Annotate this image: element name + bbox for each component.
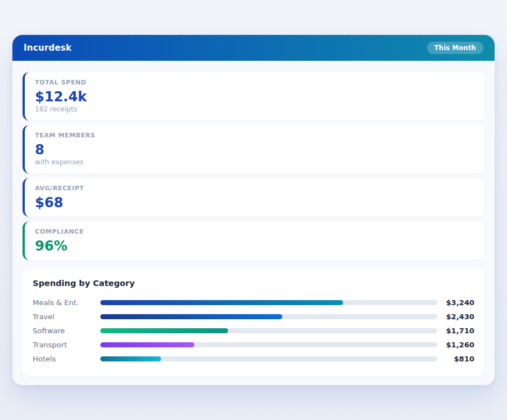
panel-content: TOTAL SPEND $12.4k 182 receipts TEAM MEM… xyxy=(12,61,495,385)
stat-card-total-spend: TOTAL SPEND $12.4k 182 receipts xyxy=(23,72,484,120)
app-title: Incurdesk xyxy=(24,43,72,53)
bar-fill xyxy=(100,342,194,347)
stat-card-avg-receipt: AVG/RECEIPT $68 xyxy=(23,178,484,217)
bar-track xyxy=(100,314,437,319)
category-amount: $1,710 xyxy=(437,327,474,335)
dashboard-panel: Incurdesk This Month TOTAL SPEND $12.4k … xyxy=(12,35,495,385)
stat-label: TEAM MEMBERS xyxy=(35,132,474,140)
category-rows: Meals & Ent. $3,240 Travel $2,430 Softwa… xyxy=(33,296,474,366)
category-amount: $2,430 xyxy=(437,312,474,321)
category-label: Software xyxy=(33,327,100,335)
category-label: Travel xyxy=(33,312,100,321)
page-background: Incurdesk This Month TOTAL SPEND $12.4k … xyxy=(0,0,507,420)
app-header: Incurdesk This Month xyxy=(12,35,495,61)
stat-card-team-members: TEAM MEMBERS 8 with expenses xyxy=(23,125,484,173)
category-row-hotels: Hotels $810 xyxy=(33,352,474,366)
category-row-software: Software $1,710 xyxy=(33,324,474,338)
category-label: Transport xyxy=(33,341,100,349)
bar-track xyxy=(100,328,437,333)
stat-sublabel: with expenses xyxy=(35,158,474,167)
bar-fill xyxy=(100,328,228,333)
stat-value: 96% xyxy=(35,239,474,253)
category-row-transport: Transport $1,260 xyxy=(33,338,474,352)
category-amount: $3,240 xyxy=(437,298,474,307)
category-amount: $1,260 xyxy=(437,341,474,349)
stat-label: COMPLIANCE xyxy=(35,228,474,236)
category-amount: $810 xyxy=(437,355,474,363)
stat-value: $12.4k xyxy=(35,90,474,104)
stat-sublabel: 182 receipts xyxy=(35,105,474,114)
category-card-title: Spending by Category xyxy=(33,278,474,288)
spending-by-category-card: Spending by Category Meals & Ent. $3,240… xyxy=(23,269,484,376)
bar-fill xyxy=(100,356,161,361)
stat-card-compliance: COMPLIANCE 96% xyxy=(23,221,484,260)
category-row-meals: Meals & Ent. $3,240 xyxy=(33,296,474,310)
stat-value: 8 xyxy=(35,142,474,157)
bar-track xyxy=(100,356,437,361)
category-row-travel: Travel $2,430 xyxy=(33,310,474,324)
bar-fill xyxy=(100,300,343,305)
bar-track xyxy=(100,342,437,347)
stat-label: TOTAL SPEND xyxy=(35,79,474,87)
stats-list: TOTAL SPEND $12.4k 182 receipts TEAM MEM… xyxy=(23,72,484,260)
stat-label: AVG/RECEIPT xyxy=(35,185,474,193)
bar-fill xyxy=(100,314,282,319)
category-label: Meals & Ent. xyxy=(33,298,100,307)
stat-value: $68 xyxy=(35,195,474,210)
period-badge[interactable]: This Month xyxy=(427,42,483,54)
bar-track xyxy=(100,300,437,305)
category-label: Hotels xyxy=(33,355,100,363)
